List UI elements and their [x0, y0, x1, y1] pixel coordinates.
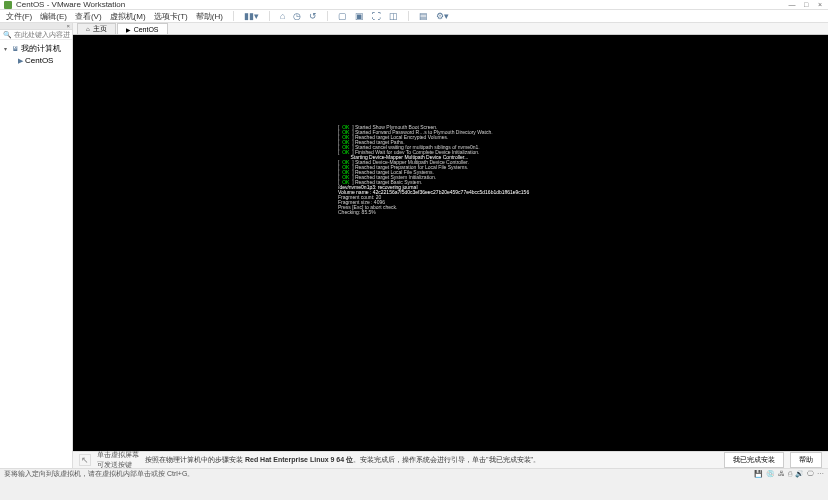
menu-file[interactable]: 文件(F) — [6, 11, 32, 22]
tool-screen1-icon[interactable]: ▢ — [338, 11, 347, 21]
menu-view[interactable]: 查看(V) — [75, 11, 102, 22]
tab-home-label: 主页 — [93, 24, 107, 34]
install-status-bar: ↖ 单击虚拟屏幕 可发送按键 按照在物理计算机中的步骤安装 Red Hat En… — [73, 451, 828, 468]
maximize-button[interactable]: □ — [802, 1, 810, 9]
install-instruction: 按照在物理计算机中的步骤安装 Red Hat Enterprise Linux … — [145, 455, 718, 465]
menu-help[interactable]: 帮助(H) — [196, 11, 223, 22]
tool-library-icon[interactable]: ▤ — [419, 11, 428, 21]
tree-root-my-computer[interactable]: ▾ 🖥 我的计算机 — [4, 42, 68, 55]
app-icon — [4, 1, 12, 9]
tool-snapshot-icon[interactable]: ◷ — [293, 11, 301, 21]
tab-vm-label: CentOS — [134, 26, 159, 33]
install-help-button[interactable]: 帮助 — [790, 452, 822, 468]
install-done-button[interactable]: 我已完成安装 — [724, 452, 784, 468]
search-icon: 🔍 — [3, 31, 12, 39]
tab-home[interactable]: ⌂ 主页 — [77, 23, 116, 34]
device-more-icon[interactable]: ⋯ — [817, 470, 824, 478]
footer-hint: 要将输入定向到该虚拟机，请在虚拟机内部单击或按 Ctrl+G。 — [4, 469, 754, 479]
menubar: 文件(F) 编辑(E) 查看(V) 虚拟机(M) 选项卡(T) 帮助(H) ▮▮… — [0, 10, 828, 23]
window-title: CentOS - VMware Workstation — [16, 0, 788, 9]
device-icons: 💾 💿 🖧 ⎙ 🔊 🖵 ⋯ — [754, 470, 824, 478]
device-net-icon[interactable]: 🖧 — [778, 470, 785, 478]
sidebar: × 🔍 ▾ ▾ 🖥 我的计算机 ▶ CentOS — [0, 23, 73, 468]
device-sound-icon[interactable]: 🔊 — [795, 470, 804, 478]
titlebar: CentOS - VMware Workstation — □ × — [0, 0, 828, 10]
tree-vm-centos[interactable]: ▶ CentOS — [4, 55, 68, 66]
device-cd-icon[interactable]: 💿 — [766, 470, 775, 478]
sidebar-close-icon[interactable]: × — [66, 23, 70, 29]
tool-revert-icon[interactable]: ↺ — [309, 11, 317, 21]
tool-screen2-icon[interactable]: ▣ — [355, 11, 364, 21]
tabbar: ⌂ 主页 ▶ CentOS — [73, 23, 828, 35]
separator — [233, 11, 234, 21]
pause-icon[interactable]: ▮▮▾ — [244, 11, 259, 21]
tree-root-label: 我的计算机 — [21, 43, 61, 54]
device-hdd-icon[interactable]: 💾 — [754, 470, 763, 478]
main-area: ⌂ 主页 ▶ CentOS [ OK ] Started Show Plymou… — [73, 23, 828, 468]
vm-icon: ▶ — [18, 57, 23, 65]
click-hint-icon: ↖ — [79, 454, 91, 466]
footer-statusbar: 要将输入定向到该虚拟机，请在虚拟机内部单击或按 Ctrl+G。 💾 💿 🖧 ⎙ … — [0, 468, 828, 478]
tab-vm[interactable]: ▶ CentOS — [117, 23, 168, 34]
home-icon: ⌂ — [86, 26, 90, 32]
sidebar-search: 🔍 ▾ — [0, 30, 72, 40]
tree-vm-label: CentOS — [25, 56, 53, 65]
vm-tab-icon: ▶ — [126, 26, 131, 33]
computer-icon: 🖥 — [12, 45, 19, 52]
minimize-button[interactable]: — — [788, 1, 796, 9]
device-display-icon[interactable]: 🖵 — [807, 470, 814, 478]
tool-fullscreen-icon[interactable]: ⛶ — [372, 11, 381, 21]
separator — [269, 11, 270, 21]
separator — [327, 11, 328, 21]
vm-console[interactable]: [ OK ] Started Show Plymouth Boot Screen… — [73, 35, 828, 451]
tree-collapse-icon[interactable]: ▾ — [4, 45, 10, 52]
workspace: × 🔍 ▾ ▾ 🖥 我的计算机 ▶ CentOS ⌂ 主页 — [0, 23, 828, 468]
separator — [408, 11, 409, 21]
menu-tabs[interactable]: 选项卡(T) — [154, 11, 188, 22]
window-controls: — □ × — [788, 1, 824, 9]
vm-tree: ▾ 🖥 我的计算机 ▶ CentOS — [0, 40, 72, 68]
tool-home-icon[interactable]: ⌂ — [280, 11, 285, 21]
tool-more-icon[interactable]: ⚙▾ — [436, 11, 449, 21]
click-hint-text: 单击虚拟屏幕 可发送按键 — [97, 450, 139, 470]
menu-edit[interactable]: 编辑(E) — [40, 11, 67, 22]
close-button[interactable]: × — [816, 1, 824, 9]
menu-vm[interactable]: 虚拟机(M) — [110, 11, 146, 22]
device-usb-icon[interactable]: ⎙ — [788, 470, 792, 478]
tool-unity-icon[interactable]: ◫ — [389, 11, 398, 21]
sidebar-header: × — [0, 23, 72, 30]
